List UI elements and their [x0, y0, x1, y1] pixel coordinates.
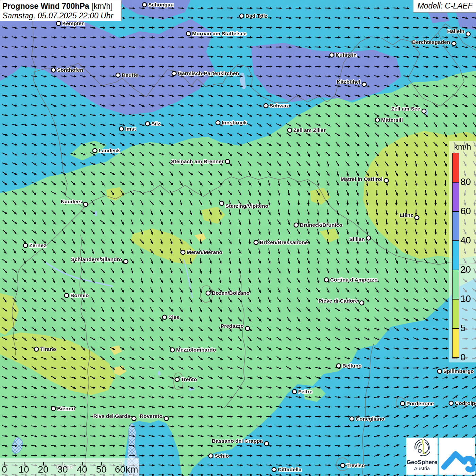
- city-marker: [172, 71, 176, 76]
- city-label: Reutte: [122, 72, 138, 78]
- legend-threshold-label: 80: [460, 177, 476, 187]
- city-marker: [449, 401, 454, 406]
- legend-segment: [452, 270, 459, 299]
- city-label: Bassano del Grappa: [212, 438, 263, 444]
- city-marker: [164, 417, 169, 421]
- geosphere-name: GeoSphere: [406, 459, 438, 465]
- city-label: Steinach am Brenner: [171, 158, 224, 164]
- city-marker: [375, 118, 380, 122]
- city-label: Belluno: [342, 363, 362, 369]
- city-silz: Silz: [146, 121, 160, 126]
- city-label: Rovereto: [140, 413, 163, 419]
- city-bozen-bolzano: Bozen/Bolzano: [206, 290, 250, 296]
- geosphere-logo: GeoSphere Austria: [406, 438, 438, 475]
- city-label: Treviso: [346, 462, 365, 468]
- city-marker: [186, 32, 191, 36]
- weather-map-canvas: SchongauBad TölzKemptenMurnau am Staffel…: [0, 0, 476, 476]
- city-label: Berchtesgaden: [412, 39, 450, 45]
- valid-time-label: Samstag, 05.07.2025 22:00 Uhr: [2, 11, 119, 20]
- city-label: Bruneck/Brunico: [300, 222, 342, 228]
- title-parameter: Prognose Wind 700hPa: [2, 2, 89, 11]
- contour-lines-icon: [412, 438, 432, 459]
- city-label: Bad Tölz: [245, 13, 268, 19]
- city-label: Lienz: [400, 212, 413, 218]
- city-marker: [422, 109, 426, 114]
- scale-number: 60km: [115, 464, 138, 475]
- city-marker: [116, 73, 120, 78]
- city-label: Trento: [181, 376, 197, 382]
- city-berchtesgaden: Berchtesgaden: [412, 39, 456, 46]
- city-marker: [341, 463, 345, 468]
- city-label: Meran/Merano: [187, 249, 222, 255]
- scale-number: 50: [96, 464, 106, 475]
- city-marker: [466, 32, 471, 36]
- legend-threshold-label: 60: [460, 206, 476, 216]
- city-schio: Schio: [209, 453, 229, 459]
- city-label: Hallein: [447, 28, 464, 34]
- legend-threshold-label: 20: [460, 265, 476, 275]
- city-marker: [337, 364, 341, 368]
- city-label: Mezzolombardo: [176, 347, 216, 353]
- scale-number: 0: [2, 464, 7, 475]
- city-label: Bormio: [70, 292, 89, 298]
- scale-number: 20: [38, 464, 48, 475]
- city-bruneck-brunico: Bruneck/Brunico: [294, 222, 342, 228]
- city-label: Riva del Garda: [93, 413, 130, 419]
- city-marker: [265, 442, 269, 446]
- city-label: Kempten: [62, 20, 85, 26]
- city-label: Zell am Ziller: [293, 127, 326, 133]
- city-marker: [206, 291, 210, 295]
- city-marker: [119, 127, 124, 131]
- city-marker: [401, 402, 405, 406]
- city-label: Schlanders/Silandro: [71, 256, 122, 262]
- city-marker: [216, 121, 220, 125]
- legend-segment: [452, 182, 459, 211]
- city-marker: [142, 3, 147, 7]
- city-marker: [51, 68, 56, 72]
- city-label: Garmisch-Partenkirchen: [178, 70, 239, 76]
- city-label: Cles: [168, 314, 180, 320]
- city-label: Zell am See: [391, 106, 421, 112]
- legend-segment: [452, 328, 459, 358]
- city-marker: [415, 216, 419, 220]
- city-label: Sonthofen: [57, 67, 83, 73]
- city-tirano: Tirano: [34, 346, 56, 352]
- city-marker: [264, 104, 268, 108]
- mountain-cloud-icon: [439, 438, 475, 475]
- city-mezzolombardo: Mezzolombardo: [170, 347, 216, 353]
- city-label: Predazzo: [221, 323, 244, 329]
- city-label: Landeck: [99, 148, 120, 153]
- page-title: Prognose Wind 700hPa [km/h]: [2, 1, 119, 11]
- city-label: Brixen/Bressanone: [260, 239, 308, 245]
- scale-number: 30: [57, 464, 68, 475]
- city-marker: [350, 417, 354, 421]
- city-label: Sterzing/Vipiteno: [225, 203, 268, 209]
- city-zernez: Zernez: [23, 242, 47, 248]
- map-title-box: Prognose Wind 700hPa [km/h] Samstag, 05.…: [0, 0, 122, 21]
- title-unit: [km/h]: [89, 2, 113, 11]
- scale-number: 40: [76, 464, 87, 475]
- city-marker: [452, 41, 456, 46]
- city-murnau-am-staffelsee: Murnau am Staffelsee: [186, 31, 247, 36]
- city-label: Imst: [125, 126, 136, 132]
- wind-speed-legend: km/h 806040201050: [449, 141, 476, 362]
- city-marker: [84, 202, 88, 207]
- city-marker: [360, 301, 364, 305]
- city-marker: [220, 201, 224, 206]
- partner-logo: [439, 438, 475, 475]
- city-label: Schwaz: [270, 103, 289, 108]
- model-label: Modell: C-LAEF: [413, 0, 476, 13]
- city-steinach-am-brenner: Steinach am Brenner: [171, 158, 230, 164]
- city-marker: [170, 348, 175, 352]
- city-marker: [34, 347, 39, 352]
- city-label: Kitzbühel: [337, 79, 360, 85]
- city-marker: [225, 159, 230, 164]
- legend-segment: [452, 299, 459, 328]
- city-label: Tirano: [40, 346, 56, 352]
- city-marker: [51, 407, 56, 411]
- city-meran-merano: Meran/Merano: [181, 249, 222, 255]
- legend-threshold-label: 40: [460, 235, 476, 245]
- city-label: Bozen/Bolzano: [212, 290, 250, 296]
- city-marker: [56, 21, 61, 26]
- legend-unit-label: km/h: [449, 142, 476, 152]
